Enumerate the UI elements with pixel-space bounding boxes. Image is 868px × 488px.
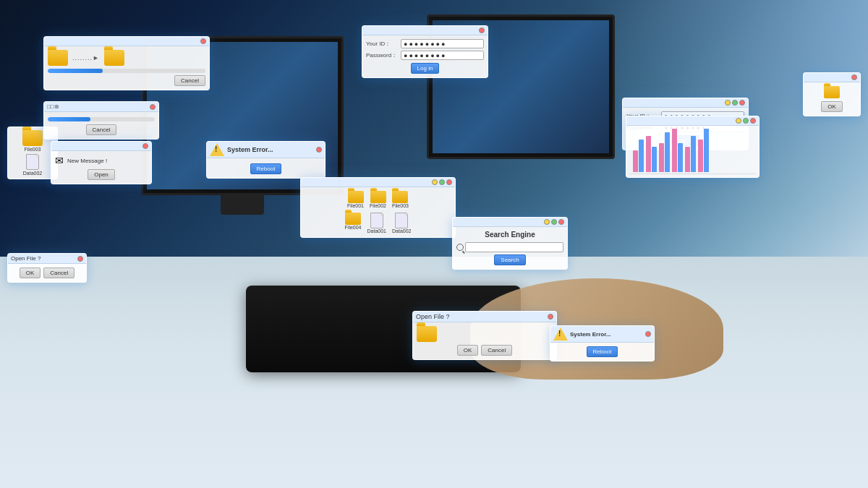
chart-bar-group-6 (698, 129, 709, 172)
openfile-center-ok-button[interactable]: OK (457, 345, 479, 356)
chart-window (626, 116, 760, 178)
filebrowser-min[interactable] (432, 179, 438, 185)
login2-max[interactable] (732, 100, 738, 106)
transfer-progress-container (48, 69, 205, 73)
search-input[interactable] (465, 242, 563, 252)
syserror2-window: System Error... Reboot (550, 325, 655, 361)
folder-file003-label: File003 (25, 147, 41, 152)
message-envelope-icon: ✉ (55, 155, 64, 166)
syserror2-titlebar: System Error... (550, 326, 654, 343)
chart-body (626, 126, 759, 177)
cancel-icons: □□⊗ (47, 103, 59, 110)
list-item[interactable]: File002 (370, 191, 386, 208)
openfile-left-close[interactable] (77, 256, 83, 262)
syserror-close[interactable] (316, 147, 322, 153)
syserror-titlebar: System Error... (207, 142, 325, 158)
login1-controls (479, 27, 485, 33)
transfer-close[interactable] (200, 38, 206, 44)
openfile-left-cancel-button[interactable]: Cancel (43, 267, 75, 278)
search-max[interactable] (551, 219, 557, 225)
folder-file004-icon (345, 213, 361, 225)
login1-pw-dots: ●●●●●●●● (404, 52, 447, 59)
data002b-icon (395, 213, 408, 228)
folder-file003-icon (22, 130, 43, 146)
search-input-row (456, 242, 563, 252)
message-close[interactable] (142, 143, 148, 149)
list-item[interactable]: File003 (392, 191, 409, 208)
chart-bar-blue-2 (652, 147, 657, 172)
login1-close[interactable] (479, 27, 485, 33)
chart-bar-pink-4 (672, 129, 677, 172)
cancel-close[interactable] (150, 104, 156, 110)
list-item[interactable]: Data002 (392, 213, 411, 234)
message-body: ✉ New Message ! Open (51, 151, 151, 184)
folder-file003b-label: File003 (392, 203, 409, 208)
transfer-cancel-button[interactable]: Cancel (174, 75, 205, 86)
search-magnifier-icon (456, 244, 464, 251)
login1-button[interactable]: Log in (411, 63, 440, 74)
ok-right-button[interactable]: OK (821, 101, 843, 112)
chart-bar-pink-3 (659, 143, 664, 172)
filebrowser-titlebar (301, 178, 455, 187)
syserror2-body: Reboot (550, 343, 654, 361)
openfile-left-titlebar: Open File ? (8, 254, 86, 264)
chart-min[interactable] (736, 118, 741, 124)
openfile-center-close[interactable] (548, 314, 553, 320)
chart-bars-area (629, 129, 756, 172)
openfile-left-ok-button[interactable]: OK (20, 267, 41, 278)
monitor-stand-left (221, 193, 264, 215)
search-close[interactable] (558, 219, 564, 225)
chart-bar-pink-6 (698, 140, 703, 172)
list-item[interactable]: File001 (347, 191, 364, 208)
transfer-body: ........► Cancel (44, 46, 209, 90)
ok-right-titlebar (804, 73, 860, 82)
openfile-center-cancel-button[interactable]: Cancel (481, 345, 512, 356)
filebrowser-max[interactable] (439, 179, 445, 185)
syserror-reboot-button[interactable]: Reboot (250, 163, 282, 174)
search-window-title: Search Engine (456, 231, 563, 239)
message-open-button[interactable]: Open (88, 169, 115, 180)
list-item[interactable]: Data001 (367, 213, 386, 234)
login1-body: Your ID： ●●●●●●●● Password： ●●●●●●●● Log… (362, 35, 488, 77)
folder-file002-icon (370, 191, 386, 203)
chart-bar-group-3 (659, 132, 670, 172)
transfer-progress-fill (48, 69, 103, 73)
openfile-left-body: OK Cancel (8, 264, 86, 282)
ok-right-close[interactable] (851, 74, 857, 80)
ok-right-folder-icon (824, 86, 840, 98)
message-window: ✉ New Message ! Open (51, 141, 152, 184)
cancel-button[interactable]: Cancel (86, 124, 117, 135)
cancel-window: □□⊗ Cancel (43, 101, 159, 140)
folder-file001-icon (348, 191, 364, 203)
folder-file002-label: File002 (370, 203, 386, 208)
login1-pw-input[interactable]: ●●●●●●●● (401, 51, 484, 60)
syserror-title: System Error... (227, 146, 273, 153)
syserror2-controls (645, 331, 651, 337)
openfile-center-controls (548, 314, 553, 320)
folder-file001-label: File001 (347, 203, 364, 208)
openfile-center-window: Open File ? OK Cancel (412, 311, 557, 360)
search-button[interactable]: Search (494, 254, 525, 265)
login2-close[interactable] (739, 100, 745, 106)
filebrowser-close[interactable] (446, 179, 452, 185)
cancel-controls (150, 104, 156, 110)
login2-controls (725, 100, 745, 106)
search-titlebar (453, 218, 567, 227)
login1-id-input[interactable]: ●●●●●●●● (401, 39, 484, 48)
openfile-center-folder-icon (417, 326, 437, 342)
folder-file003b-icon (392, 191, 408, 203)
chart-close[interactable] (750, 118, 756, 124)
chart-bar-pink-2 (646, 136, 651, 172)
openfile-center-body: OK Cancel (413, 322, 556, 359)
syserror-controls (316, 147, 322, 153)
list-item[interactable]: File004 (345, 213, 362, 234)
syserror2-close[interactable] (645, 331, 651, 337)
chart-max[interactable] (743, 118, 749, 124)
login1-id-row: Your ID： ●●●●●●●● (366, 39, 484, 48)
login1-id-label: Your ID： (366, 40, 399, 48)
cancel-progress-fill (48, 117, 90, 121)
syserror2-reboot-button[interactable]: Reboot (587, 346, 618, 357)
login2-min[interactable] (725, 100, 731, 106)
search-min[interactable] (544, 219, 550, 225)
data001-label: Data001 (367, 228, 386, 234)
